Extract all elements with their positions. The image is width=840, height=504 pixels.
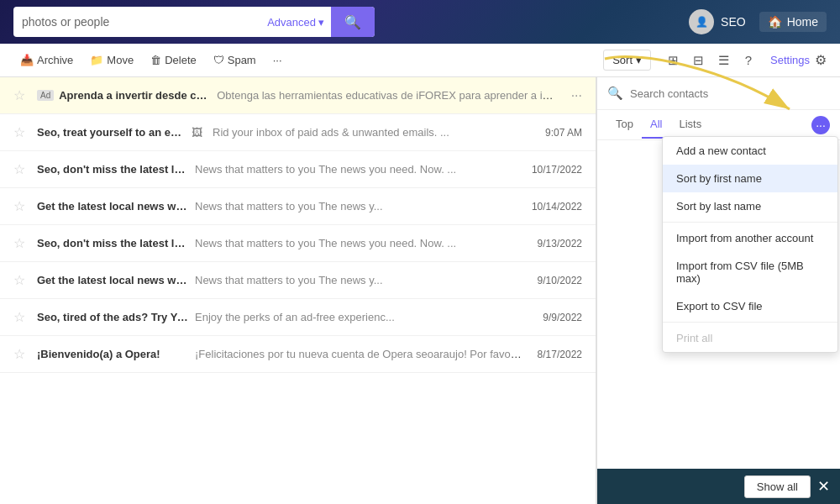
email-date: 9/10/2022: [538, 275, 582, 286]
email-row[interactable]: ☆ Seo, don't miss the latest local news …: [0, 151, 596, 188]
settings-area: Settings ⚙: [770, 52, 827, 68]
email-subject: Obtenga las herramientas educativas de i…: [217, 89, 557, 102]
chevron-down-icon: ▾: [636, 54, 642, 66]
right-panel: 🔍 Top All Lists ··· Add a new contact So…: [596, 77, 840, 504]
email-sender: Seo, don't miss the latest local news: [37, 237, 188, 249]
spam-icon: 🛡: [213, 54, 224, 66]
contacts-more-button[interactable]: ···: [811, 116, 830, 134]
dropdown-item-import-csv[interactable]: Import from CSV file (5MB max): [663, 252, 837, 292]
contacts-search-bar: 🔍: [597, 77, 840, 110]
star-button[interactable]: ☆: [13, 309, 30, 325]
email-row[interactable]: ☆ Seo, don't miss the latest local news …: [0, 225, 596, 262]
email-subject: ¡Felicitaciones por tu nueva cuenta de O…: [195, 348, 524, 360]
star-button[interactable]: ☆: [13, 124, 30, 140]
advanced-button[interactable]: Advanced ▾: [260, 16, 331, 29]
email-row[interactable]: ☆ Seo, treat yourself to an email upgrad…: [0, 114, 596, 151]
email-date: 9:07 AM: [545, 127, 582, 139]
show-all-button[interactable]: Show all: [744, 475, 811, 498]
email-row[interactable]: ☆ Seo, tired of the ads? Try Yahoo Mail …: [0, 299, 596, 336]
show-all-banner: Show all ✕: [597, 469, 840, 504]
settings-link[interactable]: Settings: [770, 54, 810, 66]
archive-icon: 📥: [20, 54, 34, 66]
search-bar: Advanced ▾ 🔍: [13, 7, 375, 37]
tab-all[interactable]: All: [642, 111, 670, 139]
delete-icon: 🗑: [150, 54, 161, 66]
email-row[interactable]: ☆ Ad Aprenda a invertir desde casa Obten…: [0, 77, 596, 114]
email-sender: Seo, tired of the ads? Try Yahoo Mail Pl…: [37, 311, 188, 323]
email-date: 9/13/2022: [538, 238, 582, 249]
header-right: 👤 SEO 🏠 Home: [689, 9, 827, 34]
email-subject: Enjoy the perks of an ad-free experienc.…: [195, 311, 529, 323]
user-badge[interactable]: 👤 SEO: [689, 9, 746, 34]
move-icon: 📁: [90, 54, 103, 66]
tab-top[interactable]: Top: [607, 111, 642, 139]
dropdown-divider-2: [663, 322, 837, 323]
home-button[interactable]: 🏠 Home: [759, 12, 827, 32]
search-icon: 🔍: [344, 14, 361, 30]
email-sender: Get the latest local news with the Yahoo…: [37, 274, 188, 286]
view-icons: ⊞ ⊟ ☰ ?: [661, 49, 760, 72]
more-button[interactable]: ···: [266, 50, 289, 70]
image-icon: 🖼: [192, 126, 202, 139]
email-sender: Aprenda a invertir desde casa: [59, 89, 210, 102]
star-button[interactable]: ☆: [13, 235, 30, 251]
avatar: 👤: [689, 9, 714, 34]
email-sender: Get the latest local news with the Yahoo…: [37, 200, 188, 213]
dropdown-item-sort-last[interactable]: Sort by last name: [663, 192, 837, 220]
contacts-search-input[interactable]: [630, 87, 830, 100]
search-input[interactable]: [13, 15, 260, 29]
delete-button[interactable]: 🗑 Delete: [144, 50, 203, 70]
email-row[interactable]: ☆ ¡Bienvenido(a) a Opera! ¡Felicitacione…: [0, 336, 596, 373]
email-subject: News that matters to you The news y...: [195, 274, 524, 286]
email-date: 10/17/2022: [532, 164, 582, 176]
email-list: ☆ Ad Aprenda a invertir desde casa Obten…: [0, 77, 596, 504]
search-button[interactable]: 🔍: [331, 7, 375, 37]
sort-button[interactable]: Sort ▾: [603, 50, 651, 71]
search-icon: 🔍: [607, 86, 623, 101]
archive-button[interactable]: 📥 Archive: [13, 50, 80, 70]
email-row[interactable]: ☆ Get the latest local news with the Yah…: [0, 188, 596, 225]
dropdown-menu: Add a new contact Sort by first name Sor…: [662, 136, 838, 353]
ad-badge: Ad: [37, 90, 54, 101]
email-sender: ¡Bienvenido(a) a Opera!: [37, 348, 188, 360]
dropdown-item-import-account[interactable]: Import from another account: [663, 224, 837, 252]
home-icon: 🏠: [768, 15, 782, 29]
view-detail-button[interactable]: ☰: [711, 49, 735, 72]
star-button[interactable]: ☆: [13, 161, 30, 177]
email-sender: Seo, don't miss the latest local news: [37, 163, 188, 176]
star-button[interactable]: ☆: [13, 87, 30, 103]
move-button[interactable]: 📁 Move: [83, 50, 140, 70]
view-grid-button[interactable]: ⊞: [661, 49, 685, 72]
view-list-button[interactable]: ⊟: [686, 49, 710, 72]
toolbar: 📥 Archive 📁 Move 🗑 Delete 🛡 Spam ··· Sor…: [0, 44, 840, 77]
header: Advanced ▾ 🔍 👤 SEO 🏠 Home: [0, 0, 840, 44]
dropdown-item-export-csv[interactable]: Export to CSV file: [663, 292, 837, 320]
dropdown-item-add-contact[interactable]: Add a new contact: [663, 137, 837, 165]
tab-lists[interactable]: Lists: [670, 111, 710, 139]
dropdown-item-print: Print all: [663, 324, 837, 352]
email-subject: Rid your inbox of paid ads & unwanted em…: [213, 126, 532, 139]
star-button[interactable]: ☆: [13, 346, 30, 362]
dropdown-divider: [663, 222, 837, 223]
dropdown-item-sort-first[interactable]: Sort by first name: [663, 165, 837, 192]
help-button[interactable]: ?: [737, 49, 760, 72]
email-more-button[interactable]: ···: [571, 88, 582, 103]
email-row[interactable]: ☆ Get the latest local news with the Yah…: [0, 262, 596, 299]
main-content: ☆ Ad Aprenda a invertir desde casa Obten…: [0, 77, 840, 504]
star-button[interactable]: ☆: [13, 272, 30, 288]
close-banner-button[interactable]: ✕: [817, 477, 830, 496]
email-sender: Seo, treat yourself to an email upgrade: [37, 126, 188, 139]
spam-button[interactable]: 🛡 Spam: [207, 50, 263, 70]
email-date: 8/17/2022: [538, 349, 582, 360]
gear-icon[interactable]: ⚙: [815, 52, 827, 68]
email-date: 9/9/2022: [543, 312, 582, 323]
email-subject: News that matters to you The news you ne…: [195, 163, 518, 176]
star-button[interactable]: ☆: [13, 198, 30, 214]
email-subject: News that matters to you The news y...: [195, 200, 518, 213]
email-date: 10/14/2022: [532, 201, 582, 213]
email-subject: News that matters to you The news you ne…: [195, 237, 524, 249]
chevron-down-icon: ▾: [318, 16, 324, 29]
